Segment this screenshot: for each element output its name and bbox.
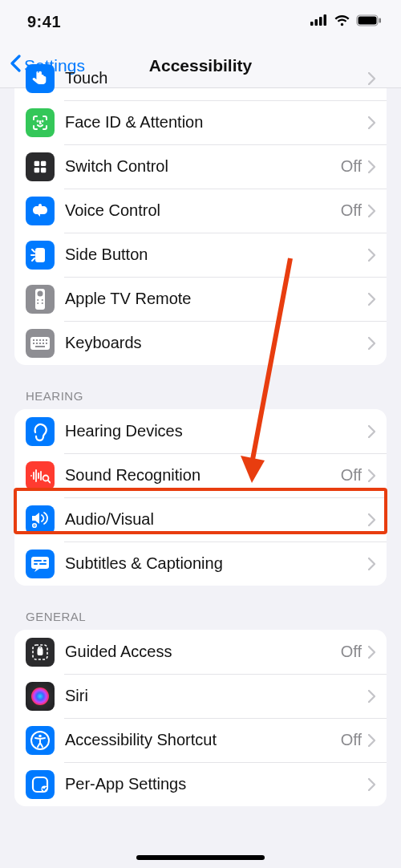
chevron-right-icon [368, 249, 375, 262]
svg-point-7 [38, 120, 38, 121]
svg-rect-36 [34, 560, 42, 562]
row-sound-recognition[interactable]: Sound Recognition Off [14, 453, 387, 497]
chevron-right-icon [368, 734, 375, 747]
accessibility-shortcut-icon [26, 726, 55, 755]
guided-access-icon [26, 638, 55, 667]
svg-point-17 [42, 298, 43, 300]
svg-rect-2 [319, 17, 322, 26]
per-app-settings-icon [26, 770, 55, 799]
voice-control-icon [26, 197, 55, 225]
svg-rect-24 [43, 339, 44, 341]
group-physical-motor: Touch Face ID & Attention Switch Control… [14, 56, 387, 365]
svg-rect-31 [35, 346, 45, 347]
row-label: Switch Control [65, 157, 341, 176]
row-label: Accessibility Shortcut [65, 731, 341, 749]
row-label: Touch [65, 69, 368, 87]
chevron-right-icon [368, 293, 375, 306]
chevron-right-icon [368, 646, 375, 659]
svg-rect-38 [34, 563, 38, 565]
chevron-right-icon [368, 425, 375, 438]
row-label: Per-App Settings [65, 775, 368, 793]
group-hearing: Hearing Devices Sound Recognition Off Au… [14, 409, 387, 586]
row-voice-control[interactable]: Voice Control Off [14, 189, 387, 233]
row-siri[interactable]: Siri [14, 674, 387, 718]
svg-rect-1 [315, 19, 318, 26]
chevron-right-icon [368, 72, 375, 85]
audio-visual-icon [26, 505, 55, 534]
row-guided-access[interactable]: Guided Access Off [14, 630, 387, 674]
subtitles-icon [26, 550, 55, 578]
row-touch[interactable]: Touch [14, 56, 387, 100]
row-value: Off [341, 643, 362, 661]
svg-point-19 [42, 302, 43, 303]
row-label: Sound Recognition [65, 466, 341, 485]
row-label: Apple TV Remote [65, 290, 368, 308]
svg-point-34 [34, 525, 35, 526]
svg-rect-0 [310, 22, 314, 26]
row-label: Side Button [65, 245, 368, 264]
svg-rect-28 [39, 343, 41, 344]
section-header-hearing: HEARING [14, 365, 387, 409]
side-button-icon [26, 241, 55, 270]
svg-rect-6 [379, 18, 382, 22]
svg-rect-5 [358, 16, 377, 24]
sound-recognition-icon [26, 461, 55, 490]
chevron-right-icon [368, 513, 375, 526]
svg-rect-30 [46, 343, 47, 344]
row-side-button[interactable]: Side Button [14, 233, 387, 277]
row-label: Siri [65, 687, 368, 705]
row-per-app-settings[interactable]: Per-App Settings [14, 762, 387, 806]
row-audio-visual[interactable]: Audio/Visual [14, 497, 387, 541]
svg-point-15 [38, 290, 43, 296]
row-label: Face ID & Attention [65, 113, 368, 132]
row-label: Audio/Visual [65, 510, 368, 529]
svg-rect-26 [33, 343, 34, 344]
chevron-right-icon [368, 690, 375, 703]
apple-tv-remote-icon [26, 285, 55, 314]
svg-rect-23 [39, 339, 41, 341]
svg-rect-37 [43, 560, 47, 562]
svg-point-18 [37, 302, 38, 303]
svg-rect-13 [35, 248, 45, 262]
chevron-right-icon [368, 116, 375, 129]
svg-rect-9 [34, 160, 39, 165]
keyboard-icon [26, 329, 55, 358]
ear-icon [26, 417, 55, 446]
svg-rect-21 [33, 339, 34, 341]
group-general: Guided Access Off Siri Accessibility Sho… [14, 630, 387, 806]
chevron-right-icon [368, 778, 375, 791]
row-apple-tv-remote[interactable]: Apple TV Remote [14, 277, 387, 321]
row-subtitles-captioning[interactable]: Subtitles & Captioning [14, 541, 387, 586]
row-value: Off [341, 157, 362, 176]
face-id-icon [26, 108, 55, 137]
row-value: Off [341, 731, 362, 749]
svg-rect-27 [36, 343, 38, 344]
svg-rect-22 [36, 339, 38, 341]
svg-rect-39 [39, 563, 47, 565]
row-hearing-devices[interactable]: Hearing Devices [14, 409, 387, 453]
status-indicators [310, 14, 382, 30]
row-accessibility-shortcut[interactable]: Accessibility Shortcut Off [14, 718, 387, 762]
chevron-right-icon [368, 469, 375, 482]
row-switch-control[interactable]: Switch Control Off [14, 144, 387, 189]
row-face-id-attention[interactable]: Face ID & Attention [14, 100, 387, 144]
chevron-right-icon [368, 558, 375, 570]
row-label: Voice Control [65, 201, 341, 220]
svg-rect-29 [43, 343, 44, 344]
home-indicator [136, 855, 265, 860]
chevron-right-icon [368, 337, 375, 350]
chevron-right-icon [368, 160, 375, 173]
row-keyboards[interactable]: Keyboards [14, 321, 387, 365]
svg-point-16 [37, 298, 38, 300]
svg-rect-35 [31, 557, 49, 569]
row-label: Keyboards [65, 334, 368, 352]
row-value: Off [341, 466, 362, 485]
row-label: Guided Access [65, 643, 341, 661]
touch-icon [26, 64, 55, 93]
battery-icon [356, 14, 382, 30]
svg-point-42 [31, 688, 49, 705]
svg-rect-12 [41, 167, 46, 172]
wifi-icon [334, 14, 350, 30]
section-header-general: GENERAL [14, 586, 387, 630]
svg-point-8 [43, 120, 43, 121]
